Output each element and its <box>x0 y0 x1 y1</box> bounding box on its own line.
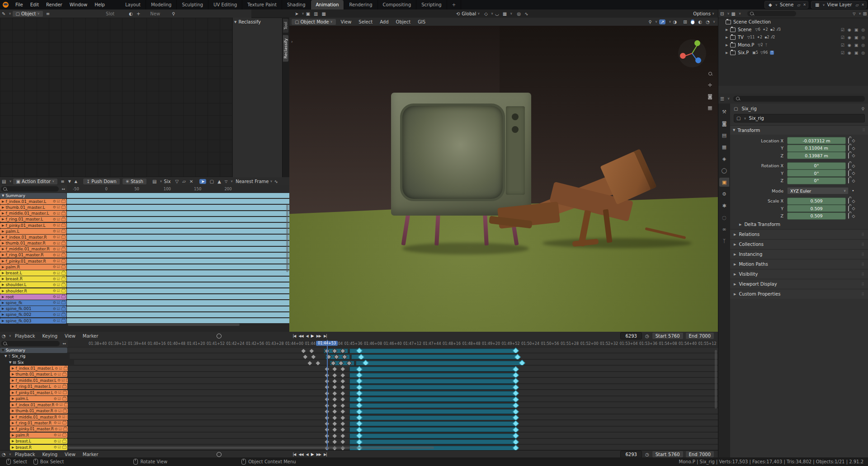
keyframe-diamond[interactable] <box>311 354 316 359</box>
jump-end-button[interactable]: ▶| <box>322 452 328 457</box>
channel-name-cell[interactable]: ▶f_middle.01_master.R⚙☑ <box>0 246 67 252</box>
editor-type-icon[interactable]: ◔ <box>2 452 6 457</box>
channel-row[interactable]: ▶f_index.01_master.L⚙☑ <box>0 365 718 371</box>
workspace-tab-uv-editing[interactable]: UV Editing <box>208 0 242 9</box>
timeline-menu-keying[interactable]: Keying <box>38 452 61 457</box>
viewport-menu-select[interactable]: Select <box>355 19 376 24</box>
select-mode-2-icon[interactable]: ▥ <box>314 11 318 16</box>
viewport-canvas[interactable]: ✛ ◙ ▦ › <box>289 26 718 332</box>
checkbox-icon[interactable]: ☑ <box>57 253 60 257</box>
wrench-icon[interactable]: ⚙ <box>53 241 56 245</box>
checkbox-icon[interactable]: ☑ <box>57 301 60 305</box>
keyframe-area[interactable] <box>68 384 718 390</box>
keyframe-diamond[interactable] <box>332 378 338 384</box>
blender-logo-icon[interactable] <box>3 2 9 8</box>
channel-name-cell[interactable]: ▶breast.L⚙☑ <box>0 438 68 444</box>
horizontal-scrollbar[interactable] <box>68 324 240 326</box>
keyframe-area[interactable] <box>67 306 289 312</box>
expand-triangle-icon[interactable]: ▶ <box>2 301 4 305</box>
checkbox-icon[interactable]: ☑ <box>57 283 60 287</box>
keyframe-diamond[interactable] <box>332 439 338 445</box>
timeline-menu-playback[interactable]: Playback <box>11 334 39 339</box>
channel-name-cell[interactable]: ▼▤Six <box>0 359 74 365</box>
navigation-gizmo[interactable] <box>678 39 706 67</box>
channel-name-cell[interactable]: ▶f_ring.01_master.R⚙☑ <box>0 252 67 258</box>
keyframe-area[interactable] <box>67 282 289 288</box>
keyframe-area[interactable] <box>68 365 718 371</box>
channel-name-cell[interactable]: ▶thumb.01_master.R⚙☑ <box>0 240 67 246</box>
panel-delta-transform[interactable]: ▶ Delta Transform <box>730 220 868 229</box>
axis-x-dot[interactable] <box>680 53 686 59</box>
channel-row[interactable]: ▶thumb.01_master.L⚙☑ <box>0 372 718 377</box>
keyframe-area[interactable] <box>67 211 289 217</box>
channel-name-box[interactable]: ▶spine_fk⚙☑ <box>0 300 66 306</box>
keyframe-area[interactable] <box>67 222 289 228</box>
value-field[interactable]: -0.037312 m <box>787 137 846 144</box>
lock-icon[interactable] <box>61 230 66 233</box>
panel-instancing[interactable]: ▶Instancing⠿ <box>730 249 868 259</box>
remove-view-layer-icon[interactable]: ✕ <box>861 3 864 7</box>
channel-name-cell[interactable]: ▶palm.R⚙☑ <box>0 432 68 438</box>
value-field[interactable]: 0° <box>787 162 846 169</box>
value-field[interactable]: 0.509 <box>787 212 846 220</box>
lock-icon[interactable] <box>848 138 849 143</box>
xray-icon[interactable]: ◑ <box>673 19 677 24</box>
shading-material-icon[interactable]: ◐ <box>698 19 702 24</box>
checkbox-icon[interactable]: ☑ <box>57 313 60 317</box>
properties-tab-view-layer[interactable]: ▦ <box>719 142 729 151</box>
expand-triangle-icon[interactable]: ▶ <box>2 295 4 299</box>
snap-with-icon[interactable]: ▦ <box>503 11 507 16</box>
channel-name-cell[interactable]: ▶root⚙☑ <box>0 294 67 300</box>
keyframe-diamond[interactable] <box>301 348 306 353</box>
disable-render-icon[interactable]: ◎ <box>861 51 865 55</box>
channel-search-input[interactable] <box>1 186 59 192</box>
new-scene-icon[interactable]: ▱ <box>797 3 800 7</box>
channel-row[interactable]: ▶thumb.01_master.R⚙☑ <box>0 240 289 246</box>
lock-icon[interactable] <box>61 212 66 215</box>
keyframe-diamond-icon[interactable]: ◇ <box>851 153 856 158</box>
toolbar-expand-icon[interactable]: › <box>291 39 293 44</box>
channel-row[interactable]: ▶spine_fk⚙☑ <box>0 300 289 306</box>
keyframe-hold-bar[interactable] <box>349 385 516 390</box>
wrench-icon[interactable]: ⚙ <box>53 205 56 209</box>
keyframe-diamond[interactable] <box>332 366 338 372</box>
options-dropdown[interactable]: Options <box>693 11 711 16</box>
expand-triangle-icon[interactable]: ▶ <box>2 313 4 316</box>
disable-viewport-icon[interactable]: ▣ <box>854 43 859 47</box>
keyframe-area[interactable] <box>67 193 289 198</box>
channel-name-cell[interactable]: ▶spine_fk.003⚙☑ <box>0 318 67 324</box>
channel-row[interactable]: ▶f_pinky.01_master.R⚙☑ <box>0 426 718 432</box>
channel-name-cell[interactable]: ▼Summary <box>0 193 67 198</box>
start-frame-field[interactable]: Start5760 <box>652 332 684 339</box>
keyframe-diamond[interactable] <box>332 403 338 408</box>
wrench-icon[interactable]: ⚙ <box>53 247 56 251</box>
wrench-icon[interactable]: ⚙ <box>53 217 56 221</box>
lock-icon[interactable] <box>61 289 66 292</box>
keyframe-area[interactable] <box>68 347 718 353</box>
properties-tab-scene[interactable]: ◈ <box>719 154 729 163</box>
channel-name-box[interactable]: ▶spine_fk.002⚙☑ <box>0 312 66 317</box>
channel-row[interactable]: ▼ᛉSix_rig <box>0 353 718 359</box>
keyframe-area[interactable] <box>67 198 289 204</box>
expand-triangle-icon[interactable]: ▶ <box>2 283 4 287</box>
show-gizmo-icon[interactable]: ⚲ <box>649 19 652 24</box>
channel-row[interactable]: ▶f_middle.01_master.R⚙☑ <box>0 414 718 420</box>
disable-viewport-icon[interactable]: ▣ <box>854 28 859 32</box>
keyframe-diamond[interactable] <box>340 421 345 426</box>
channel-name-cell[interactable]: ▼ᛉSix_rig <box>0 353 70 359</box>
panel-motion-paths[interactable]: ▶Motion Paths⠿ <box>730 259 868 269</box>
expand-triangle-icon[interactable]: ▶ <box>2 319 4 323</box>
lock-icon[interactable] <box>61 200 66 203</box>
properties-tab-output[interactable]: ▤ <box>719 131 729 140</box>
display-mode-icon[interactable]: ▦ <box>731 11 736 16</box>
editor-type-icon[interactable]: ✎ <box>2 11 5 16</box>
keyframe-diamond-icon[interactable]: ◇ <box>851 171 856 175</box>
auto-key-record-icon[interactable] <box>217 334 222 339</box>
panel-custom-properties[interactable]: ▶Custom Properties⠿ <box>730 289 868 299</box>
pin-icon[interactable]: ⚲ <box>172 11 175 16</box>
sidebar-tab-reclassify[interactable]: Reclassify <box>283 35 288 62</box>
keyframe-diamond[interactable] <box>332 397 338 402</box>
expand-triangle-icon[interactable]: ▶ <box>2 212 4 215</box>
properties-tab-object[interactable]: ▣ <box>719 178 729 187</box>
checkbox-icon[interactable]: ☑ <box>841 43 844 47</box>
